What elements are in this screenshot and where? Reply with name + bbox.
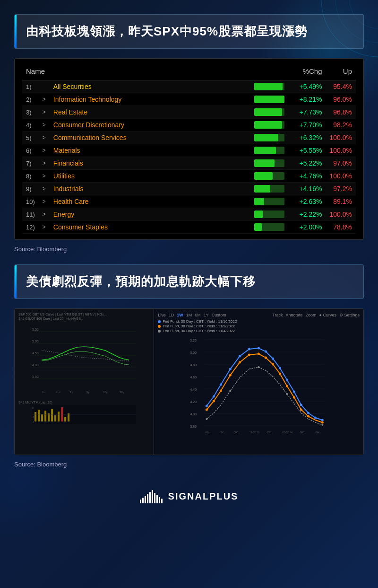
- chart-left: S&P 500 GBT US Curve | Last YTM GB.GT | …: [15, 309, 154, 455]
- row-name: Materials: [50, 144, 250, 157]
- table-row: 5) > Communication Services +6.32% 100.0…: [22, 132, 356, 144]
- up-pct: 100.0%: [326, 170, 356, 183]
- row-name: Energy: [50, 208, 250, 221]
- row-num: 5): [22, 132, 39, 144]
- table-row: 9) > Industrials +4.16% 97.2%: [22, 183, 356, 195]
- svg-point-80: [300, 409, 302, 411]
- tab-1d[interactable]: 1D: [169, 313, 174, 317]
- bar-2: [142, 498, 144, 503]
- section-settings[interactable]: ⚙ Settings: [339, 313, 360, 317]
- up-pct: 100.0%: [326, 144, 356, 157]
- tab-1m[interactable]: 1M: [186, 313, 192, 317]
- svg-point-72: [239, 361, 241, 364]
- svg-point-87: [322, 424, 324, 426]
- svg-text:5y: 5y: [86, 391, 89, 394]
- svg-point-60: [272, 358, 274, 360]
- svg-rect-23: [44, 411, 46, 421]
- svg-point-66: [314, 417, 317, 419]
- legend-1: Fed Fund, 30 Day : CBT : Yield : 11/10/2…: [163, 319, 237, 324]
- up-pct: 100.0%: [326, 208, 356, 221]
- bar-cell: [250, 132, 288, 144]
- bar-cell: [250, 80, 288, 93]
- svg-text:4.40: 4.40: [190, 388, 197, 391]
- row-name: Industrials: [50, 183, 250, 195]
- svg-text:4.50: 4.50: [32, 351, 39, 355]
- table-row: 11) > Energy +2.22% 100.0%: [22, 208, 356, 221]
- bar-7: [154, 493, 155, 503]
- bar-4: [147, 494, 148, 503]
- right-toolbar: Live 1D 1W 1M 6M 1Y Custom Track Annotat…: [158, 313, 360, 317]
- svg-point-68: [206, 409, 208, 411]
- row-name: Financials: [50, 157, 250, 170]
- svg-point-65: [307, 412, 309, 414]
- svg-point-86: [286, 393, 288, 395]
- svg-text:02/...: 02/...: [206, 431, 212, 434]
- section-curves[interactable]: ● Curves: [319, 313, 336, 317]
- svg-point-67: [321, 419, 324, 421]
- row-name: Consumer Discretionary: [50, 119, 250, 132]
- bar-cell: [250, 144, 288, 157]
- legend-2: Fed Fund, 30 Day : CBT : Yield : 11/9/20…: [163, 324, 235, 328]
- tab-1w[interactable]: 1W: [177, 313, 183, 317]
- row-num: 12): [22, 221, 39, 234]
- up-pct: 96.8%: [326, 106, 356, 119]
- svg-rect-25: [51, 409, 53, 421]
- svg-text:20y: 20y: [103, 391, 108, 394]
- row-chevron: >: [39, 93, 50, 106]
- table-row: 3) > Real Estate +7.73% 96.8%: [22, 106, 356, 119]
- svg-text:0: 0: [32, 406, 34, 409]
- svg-point-69: [213, 400, 215, 403]
- row-chevron: >: [39, 195, 50, 208]
- row-num: 4): [22, 119, 39, 132]
- section1-title: 由科技板塊領漲，昨天SPX中95%股票都呈現漲勢: [26, 24, 308, 38]
- svg-text:5.00: 5.00: [190, 351, 197, 354]
- left-chart-svg: 5.50 5.00 4.50 4.00 3.50 1m 4m 1y 5y 20y…: [18, 322, 150, 398]
- right-chart-svg: 5.20 5.00 4.80 4.60 4.40 4.20 4.00 3.80: [158, 335, 360, 439]
- svg-point-73: [248, 354, 250, 356]
- tab-1y[interactable]: 1Y: [204, 313, 209, 317]
- row-num: 8): [22, 170, 39, 183]
- bar-cell: [250, 93, 288, 106]
- row-num: 2): [22, 93, 39, 106]
- bar-3: [145, 496, 146, 503]
- svg-rect-26: [54, 415, 56, 421]
- row-chevron: >: [39, 170, 50, 183]
- tab-live[interactable]: Live: [158, 313, 166, 317]
- col-name: Name: [22, 64, 250, 80]
- svg-point-62: [286, 379, 288, 381]
- svg-text:05/2024: 05/2024: [283, 431, 293, 434]
- row-chevron: >: [39, 132, 50, 144]
- table-row: 2) > Information Technology +8.21% 96.0%: [22, 93, 356, 106]
- svg-rect-20: [34, 412, 36, 421]
- pct-change: +8.21%: [288, 93, 326, 106]
- row-num: 1): [22, 80, 39, 93]
- svg-text:09/...: 09/...: [316, 431, 322, 434]
- bar-10: [161, 499, 163, 503]
- pct-change: +5.22%: [288, 157, 326, 170]
- section2-title: 美債劇烈反彈，預期的加息軌跡大幅下移: [26, 274, 256, 289]
- up-pct: 78.8%: [326, 221, 356, 234]
- col-pct-chg: %Chg: [288, 64, 326, 80]
- row-num: 11): [22, 208, 39, 221]
- svg-point-84: [230, 390, 232, 392]
- chart-left-info: S&P 500 GBT US Curve | Last YTM GB.GT | …: [18, 313, 150, 316]
- svg-rect-24: [48, 413, 50, 421]
- svg-text:4.60: 4.60: [190, 376, 197, 379]
- tab-6m[interactable]: 6M: [195, 313, 201, 317]
- row-num: 10): [22, 195, 39, 208]
- bar-cell: [250, 119, 288, 132]
- tab-custom[interactable]: Custom: [212, 313, 226, 317]
- tool-annotate[interactable]: Annotate: [285, 313, 302, 317]
- pct-change: +2.63%: [288, 195, 326, 208]
- svg-rect-29: [64, 417, 66, 421]
- tool-track[interactable]: Track: [272, 313, 283, 317]
- bar-9: [159, 497, 160, 503]
- svg-text:1m: 1m: [42, 391, 45, 394]
- svg-rect-30: [68, 413, 69, 421]
- row-chevron: >: [39, 208, 50, 221]
- svg-point-74: [258, 353, 260, 355]
- svg-text:05/...: 05/...: [220, 431, 226, 434]
- table-row: 1) All Securities +5.49% 95.4%: [22, 80, 356, 93]
- svg-text:-4: -4: [32, 421, 34, 423]
- tool-zoom[interactable]: Zoom: [305, 313, 316, 317]
